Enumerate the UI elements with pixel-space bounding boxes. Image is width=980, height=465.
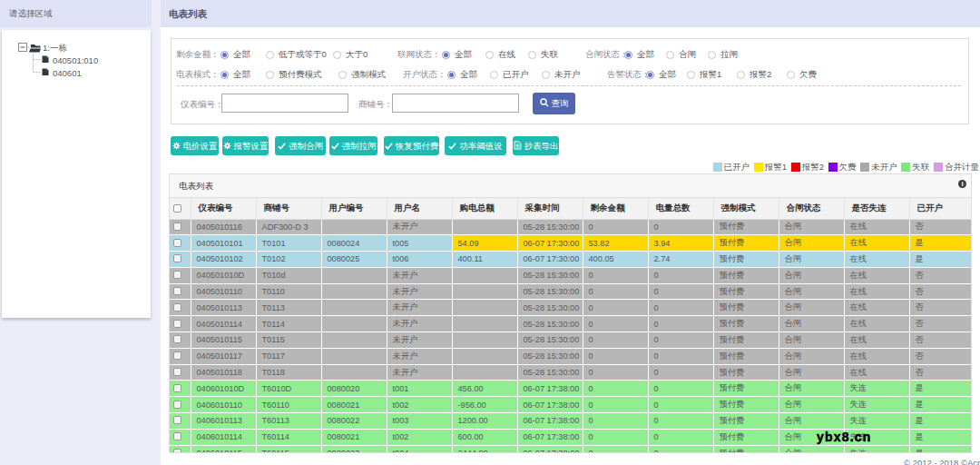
svg-text:040501:010: 040501:010 (53, 55, 98, 65)
svg-text:040601: 040601 (53, 68, 82, 78)
svg-text:1:一栋: 1:一栋 (43, 43, 67, 53)
